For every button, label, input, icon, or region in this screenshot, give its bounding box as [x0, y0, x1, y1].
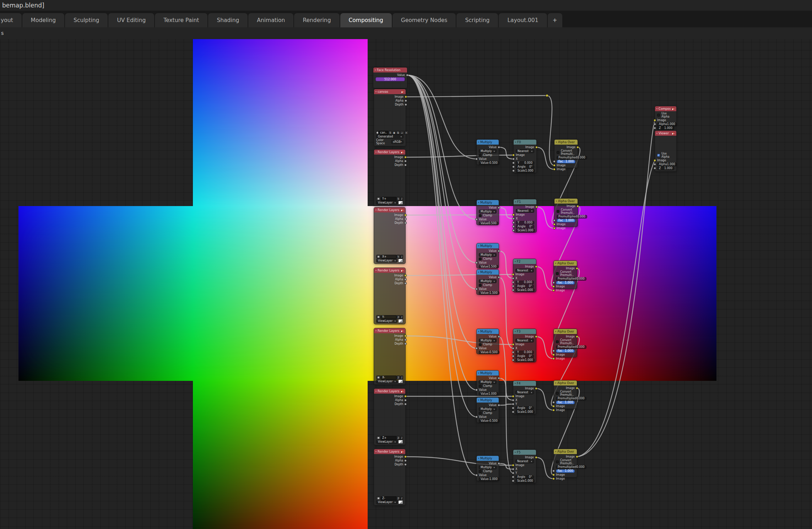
node-header[interactable]: ▾Multiply	[477, 140, 499, 145]
tab-modeling[interactable]: Modeling	[22, 13, 65, 27]
node-a3[interactable]: ▾Alpha OverImageConvert Premulti..Premul…	[553, 329, 577, 357]
node-rl1[interactable]: ▾Render LayersImageAlphaDepthY+5/ViewLay…	[374, 149, 406, 206]
tab-uv-editing[interactable]: UV Editing	[108, 13, 154, 27]
img1-socket[interactable]	[552, 405, 555, 407]
value-field-angle[interactable]: Angle0°	[515, 475, 534, 479]
node-rl4[interactable]: ▾Render LayersImageAlphaDepthX-2/ViewLay…	[374, 328, 406, 385]
collapse-icon[interactable]: ▾	[555, 450, 556, 453]
checkbox-use-alpha[interactable]	[657, 114, 660, 117]
checkbox-clamp[interactable]	[479, 284, 482, 287]
value-field-scale[interactable]: Scale1.000	[515, 479, 535, 483]
user-count-badge[interactable]: 2	[396, 436, 400, 440]
out-socket[interactable]	[576, 455, 578, 458]
socket-socket[interactable]	[404, 222, 407, 224]
scene-browse-icon[interactable]	[376, 436, 381, 440]
socket-socket[interactable]	[404, 164, 407, 166]
socket-socket[interactable]	[512, 229, 515, 232]
unlink-x-icon[interactable]: ×	[404, 131, 408, 135]
img1-socket[interactable]	[553, 164, 556, 167]
value-field-alpha[interactable]: Alpha1.000	[657, 123, 677, 126]
image-users-badge[interactable]: S	[388, 131, 392, 135]
tab-layout-001[interactable]: Layout.001	[499, 13, 547, 27]
collapse-icon[interactable]: ▾	[375, 69, 376, 71]
view-layer-dropdown[interactable]: ViewLayer▾	[376, 201, 397, 205]
node-header[interactable]: ▾F1	[514, 199, 536, 204]
tab-compositing[interactable]: Compositing	[340, 13, 392, 27]
collapse-icon[interactable]: ▾	[515, 201, 516, 203]
in1-socket[interactable]	[475, 218, 478, 221]
out-socket[interactable]	[498, 462, 500, 465]
view-layer-dropdown[interactable]: ViewLayer▾	[376, 319, 397, 323]
tab-geometry-nodes[interactable]: Geometry Nodes	[393, 13, 456, 27]
fac-socket[interactable]	[552, 281, 555, 284]
img2-socket[interactable]	[552, 477, 555, 480]
node-canvas[interactable]: ▾canvasImageAlphaDepthcan..S◆⧉▱×Generate…	[374, 89, 406, 146]
user-count-badge[interactable]: 2	[396, 496, 400, 500]
node-header[interactable]: ▾Multiply	[477, 200, 499, 205]
collapse-icon[interactable]: ▾	[375, 209, 377, 211]
socket-socket[interactable]	[654, 127, 656, 129]
in1-socket[interactable]	[475, 158, 478, 160]
collapse-icon[interactable]: ▾	[478, 141, 479, 143]
socket-socket[interactable]	[404, 342, 407, 345]
node-m7[interactable]: ▾MultiplyValueMultiply▾ClampValueValue-0…	[476, 397, 499, 423]
node-header[interactable]: ▾Multiply	[477, 270, 499, 275]
node-header[interactable]: ▾canvas	[374, 89, 406, 94]
node-m2[interactable]: ▾MultiplyValueMultiply▾ClampValueValue0.…	[476, 200, 499, 225]
collapse-icon[interactable]: ▾	[375, 390, 377, 392]
unlink-button[interactable]: /	[400, 315, 403, 319]
value-field-value[interactable]: Value-0.500	[479, 419, 499, 423]
value-field-value[interactable]: Value1.000	[479, 392, 498, 396]
shield-icon[interactable]: ◆	[392, 131, 396, 135]
socket-socket[interactable]	[512, 162, 515, 164]
out-socket[interactable]	[498, 276, 500, 279]
img2-socket[interactable]	[553, 168, 556, 171]
socket-socket[interactable]	[512, 166, 515, 168]
value-field-premultiplied[interactable]: Premultiplied0.000	[556, 277, 586, 281]
value-field-scale[interactable]: Scale1.000	[516, 229, 535, 232]
node-m4[interactable]: ▾MultiplyValueMultiply▾ClampValueValue-1…	[476, 269, 499, 295]
node-rl6[interactable]: ▾Render LayersImageAlphaDepthZ-2/ViewLay…	[374, 449, 406, 506]
render-layer-button[interactable]	[398, 379, 403, 383]
render-layer-button[interactable]	[398, 259, 403, 263]
x-socket[interactable]	[512, 277, 514, 280]
value-field-premultiplied[interactable]: Premultiplied0.000	[557, 215, 587, 218]
img-socket[interactable]	[512, 214, 515, 216]
collapse-icon[interactable]: ▾	[375, 450, 377, 453]
socket-socket[interactable]	[404, 282, 407, 285]
node-header[interactable]: ▾F0	[514, 140, 536, 145]
img-socket[interactable]	[512, 273, 514, 276]
scene-name-field[interactable]: Y+	[381, 197, 396, 201]
out-socket[interactable]	[535, 387, 537, 390]
out-socket[interactable]	[406, 74, 408, 76]
collapse-icon[interactable]: ▾	[515, 260, 516, 263]
x-socket[interactable]	[512, 399, 514, 401]
socket-socket[interactable]	[404, 463, 407, 466]
collapse-icon[interactable]: ▾	[375, 269, 377, 271]
tab-shading[interactable]: Shading	[208, 13, 248, 27]
img-socket[interactable]	[512, 395, 514, 398]
node-header[interactable]: ▾Render Layers	[374, 449, 405, 454]
value-field-value[interactable]: Value1.500	[479, 265, 498, 269]
img1-socket[interactable]	[552, 285, 555, 288]
node-header[interactable]: ▾Alpha Over	[554, 140, 578, 145]
dropdown-nearest[interactable]: Nearest▾	[515, 390, 534, 394]
dropdown-multiply[interactable]: Multiply▾	[479, 380, 497, 384]
user-count-badge[interactable]: 5	[396, 197, 400, 201]
dropdown-multiply[interactable]: Multiply▾	[479, 253, 497, 257]
img-socket[interactable]	[512, 154, 515, 156]
node-header[interactable]: ▾Alpha Over	[554, 199, 578, 204]
collapse-icon[interactable]: ▾	[478, 399, 479, 401]
node-rl3[interactable]: ▾Render LayersImageAlphaDepthY-2/ViewLay…	[374, 268, 406, 324]
dropdown-multiply[interactable]: Multiply▾	[479, 339, 497, 342]
value-field-premultiplied[interactable]: Premultiplied0.000	[556, 345, 586, 349]
socket-socket[interactable]	[404, 278, 407, 281]
value-field-y[interactable]: Y0.000	[516, 161, 534, 165]
dropdown-multiply[interactable]: Multiply▾	[479, 279, 497, 283]
color-space-dropdown[interactable]: sRGB▾	[391, 140, 404, 144]
value-field-value[interactable]: Value0.500	[479, 222, 498, 225]
fac-socket[interactable]	[552, 350, 555, 352]
checkbox-convert-premulti-[interactable]	[557, 151, 559, 154]
out-socket[interactable]	[535, 265, 537, 268]
socket-socket[interactable]	[654, 167, 656, 169]
